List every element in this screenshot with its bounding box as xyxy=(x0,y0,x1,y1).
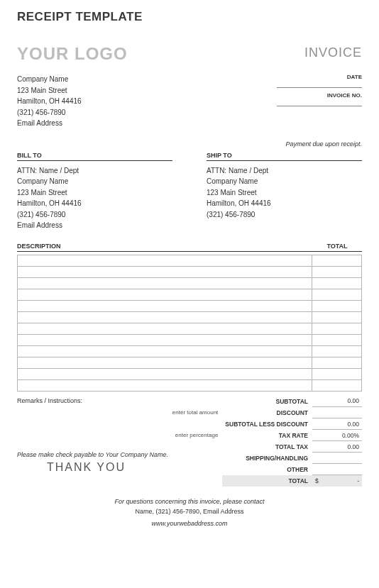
table-row xyxy=(18,379,362,391)
shipping-value[interactable] xyxy=(312,453,362,464)
table-row xyxy=(18,311,362,323)
footer-web: www.yourwebaddress.com xyxy=(17,518,362,528)
total-cell[interactable] xyxy=(312,334,362,345)
description-header: DESCRIPTION xyxy=(17,243,312,250)
ship-to-attn: ATTN: Name / Dept xyxy=(207,165,362,177)
items-header-row: DESCRIPTION TOTAL xyxy=(17,243,362,252)
total-cell[interactable] xyxy=(312,368,362,379)
table-row xyxy=(18,289,362,300)
table-row xyxy=(18,334,362,345)
shipping-label: SHIPPING/HANDLING xyxy=(222,453,312,464)
company-city: Hamilton, OH 44416 xyxy=(17,96,82,107)
total-tax-label: TOTAL TAX xyxy=(222,441,312,453)
description-cell[interactable] xyxy=(18,368,312,379)
description-cell[interactable] xyxy=(18,277,312,289)
bill-to-attn: ATTN: Name / Dept xyxy=(17,165,172,177)
company-email: Email Address xyxy=(17,118,82,129)
date-label: DATE xyxy=(277,74,362,81)
description-cell[interactable] xyxy=(18,289,312,300)
description-cell[interactable] xyxy=(18,311,312,323)
description-cell[interactable] xyxy=(18,334,312,345)
other-label: OTHER xyxy=(222,464,312,475)
footer-question: For questions concerning this invoice, p… xyxy=(17,497,362,506)
ship-to-city: Hamilton, OH 44416 xyxy=(207,198,362,209)
subtotal-value: 0.00 xyxy=(312,396,362,407)
invoice-heading: INVOICE xyxy=(304,45,362,60)
bill-to-block: BILL TO ATTN: Name / Dept Company Name 1… xyxy=(17,152,172,231)
company-block: Company Name 123 Main Street Hamilton, O… xyxy=(17,74,82,129)
page-title: RECEIPT TEMPLATE xyxy=(17,10,362,24)
summary-table: SUBTOTAL 0.00 enter total amount DISCOUN… xyxy=(170,396,362,487)
bill-to-city: Hamilton, OH 44416 xyxy=(17,198,172,209)
table-row xyxy=(18,368,362,379)
total-cell[interactable] xyxy=(312,255,362,266)
bill-to-header: BILL TO xyxy=(17,152,172,161)
logo-placeholder: YOUR LOGO xyxy=(17,44,128,64)
remarks-block: Remarks / Instructions: Please make chec… xyxy=(17,396,170,487)
invoice-no-field[interactable] xyxy=(277,99,362,106)
total-cell[interactable] xyxy=(312,345,362,357)
meta-block: DATE INVOICE NO. xyxy=(277,74,362,129)
thank-you: THANK YOU xyxy=(3,461,170,474)
bill-to-street: 123 Main Street xyxy=(17,187,172,199)
description-cell[interactable] xyxy=(18,323,312,334)
table-row xyxy=(18,323,362,334)
discount-label: DISCOUNT xyxy=(222,407,312,418)
company-name: Company Name xyxy=(17,74,82,85)
row-shipping: SHIPPING/HANDLING xyxy=(170,453,362,464)
header-row: YOUR LOGO INVOICE xyxy=(17,44,362,64)
row-subtotal: SUBTOTAL 0.00 xyxy=(170,396,362,407)
total-value: $- xyxy=(312,475,362,487)
company-phone: (321) 456-7890 xyxy=(17,107,82,118)
total-cell[interactable] xyxy=(312,289,362,300)
bill-to-phone: (321) 456-7890 xyxy=(17,209,172,221)
tax-rate-hint: enter percentage xyxy=(170,430,222,441)
row-total-tax: TOTAL TAX 0.00 xyxy=(170,441,362,453)
total-cell[interactable] xyxy=(312,379,362,391)
row-other: OTHER xyxy=(170,464,362,475)
description-cell[interactable] xyxy=(18,266,312,277)
subtotal-label: SUBTOTAL xyxy=(222,396,312,407)
ship-to-block: SHIP TO ATTN: Name / Dept Company Name 1… xyxy=(207,152,362,231)
row-subtotal-less: SUBTOTAL LESS DISCOUNT 0.00 xyxy=(170,418,362,430)
description-cell[interactable] xyxy=(18,357,312,368)
payment-due-note: Payment due upon receipt. xyxy=(17,140,362,148)
address-row: BILL TO ATTN: Name / Dept Company Name 1… xyxy=(17,152,362,231)
total-cell[interactable] xyxy=(312,311,362,323)
total-header: TOTAL xyxy=(312,243,362,250)
row-discount: enter total amount DISCOUNT xyxy=(170,407,362,418)
description-cell[interactable] xyxy=(18,255,312,266)
table-row xyxy=(18,357,362,368)
discount-hint: enter total amount xyxy=(170,407,222,418)
invoice-no-label: INVOICE NO. xyxy=(277,92,362,99)
subtotal-less-label: SUBTOTAL LESS DISCOUNT xyxy=(222,418,312,430)
ship-to-company: Company Name xyxy=(207,176,362,187)
total-cell[interactable] xyxy=(312,277,362,289)
ship-to-phone: (321) 456-7890 xyxy=(207,209,362,221)
description-cell[interactable] xyxy=(18,379,312,391)
footer: For questions concerning this invoice, p… xyxy=(17,497,362,529)
other-value[interactable] xyxy=(312,464,362,475)
total-cell[interactable] xyxy=(312,323,362,334)
tax-rate-value[interactable]: 0.00% xyxy=(312,430,362,441)
discount-value[interactable] xyxy=(312,407,362,418)
total-cell[interactable] xyxy=(312,300,362,311)
remarks-label: Remarks / Instructions: xyxy=(17,397,170,404)
date-field[interactable] xyxy=(277,81,362,88)
row-total: TOTAL $- xyxy=(170,475,362,487)
company-street: 123 Main Street xyxy=(17,85,82,96)
table-row xyxy=(18,300,362,311)
table-row xyxy=(18,266,362,277)
total-cell[interactable] xyxy=(312,266,362,277)
payable-note: Please make check payable to Your Compan… xyxy=(17,451,170,458)
description-cell[interactable] xyxy=(18,345,312,357)
tax-rate-label: TAX RATE xyxy=(222,430,312,441)
description-cell[interactable] xyxy=(18,300,312,311)
summary-area: Remarks / Instructions: Please make chec… xyxy=(17,396,362,487)
table-row xyxy=(18,255,362,266)
table-row xyxy=(18,277,362,289)
items-table xyxy=(17,255,362,392)
info-row: Company Name 123 Main Street Hamilton, O… xyxy=(17,74,362,129)
total-cell[interactable] xyxy=(312,357,362,368)
total-tax-value: 0.00 xyxy=(312,441,362,453)
